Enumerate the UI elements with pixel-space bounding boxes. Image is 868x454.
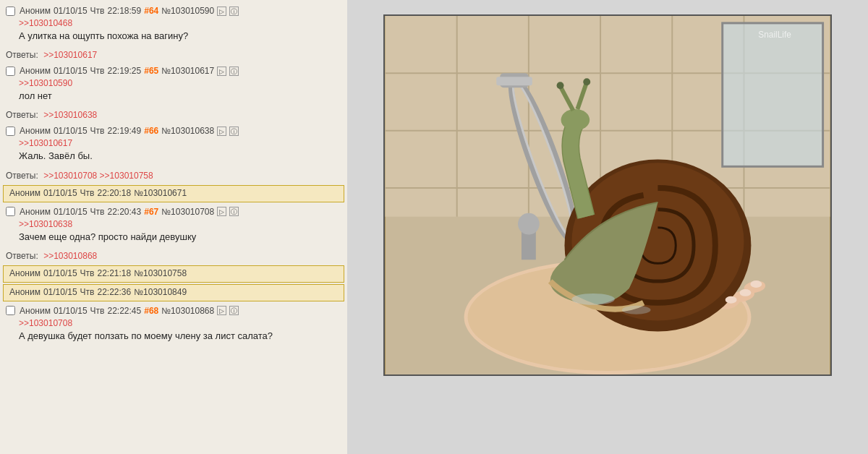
snail-image: SnailLife bbox=[383, 14, 832, 376]
post-header: Аноним 01/10/15 Чтв 22:22:45 #68 №103010… bbox=[6, 306, 341, 316]
post-checkbox[interactable] bbox=[6, 207, 15, 216]
svg-point-34 bbox=[750, 280, 762, 288]
author-name: Аноним bbox=[9, 268, 41, 278]
post-checkbox[interactable] bbox=[6, 7, 15, 16]
post-icon[interactable]: ▷ bbox=[217, 7, 226, 16]
post-icon[interactable]: ▷ bbox=[217, 67, 226, 76]
post-checkbox[interactable] bbox=[6, 127, 15, 136]
post: Аноним 01/10/15 Чтв 22:19:25 #65 №103010… bbox=[0, 63, 347, 107]
post-body: >>103010638Зачем еще одна? просто найди … bbox=[6, 218, 341, 244]
highlighted-post: Аноним 01/10/15 Чтв 22:21:18 №103010758 bbox=[3, 265, 344, 283]
post-checkbox[interactable] bbox=[6, 67, 15, 76]
replies-line: Ответы: >>103010617 bbox=[0, 48, 347, 63]
svg-point-33 bbox=[740, 289, 752, 296]
post-date: 01/10/15 bbox=[54, 207, 88, 217]
author-name: Аноним bbox=[9, 287, 41, 297]
post-text: Жаль. Завёл бы. bbox=[19, 150, 341, 163]
post-num: №103010868 bbox=[161, 306, 214, 316]
author-name: Аноним bbox=[20, 126, 51, 136]
post-number-link[interactable]: #65 bbox=[144, 66, 158, 76]
post-num: №103010708 bbox=[161, 207, 214, 217]
post-icon[interactable]: ▷ bbox=[217, 207, 226, 216]
replies-line: Ответы: >>103010868 bbox=[0, 249, 347, 264]
highlighted-post: Аноним 01/10/15 Чтв 22:20:18 №103010671 bbox=[3, 185, 344, 202]
post-icon[interactable]: ⓘ bbox=[229, 7, 239, 16]
post-number-link[interactable]: #64 bbox=[144, 6, 158, 16]
post: Аноним 01/10/15 Чтв 22:18:59 #64 №103010… bbox=[0, 3, 347, 47]
post-date: 01/10/15 bbox=[54, 306, 88, 316]
reply-link[interactable]: >>103010708 bbox=[19, 318, 72, 328]
post: Аноним 01/10/15 Чтв 22:20:43 #67 №103010… bbox=[0, 204, 347, 248]
post-text: лол нет bbox=[19, 90, 341, 103]
post-body: >>103010468А улитка на ощупть похожа на … bbox=[6, 17, 341, 43]
post-num: №103010758 bbox=[134, 268, 187, 278]
post-body: >>103010590лол нет bbox=[6, 77, 341, 103]
post: Аноним 01/10/15 Чтв 22:22:45 #68 №103010… bbox=[0, 303, 347, 347]
replies-label: Ответы: bbox=[6, 110, 38, 120]
replies-line: Ответы: >>103010708 >>103010758 bbox=[0, 169, 347, 184]
post-header: Аноним 01/10/15 Чтв 22:19:25 #65 №103010… bbox=[6, 66, 341, 76]
post-date: 01/10/15 bbox=[54, 66, 88, 76]
replies-link[interactable]: >>103010868 bbox=[43, 251, 97, 261]
highlighted-post: Аноним 01/10/15 Чтв 22:22:36 №103010849 bbox=[3, 284, 344, 301]
post-icon[interactable]: ▷ bbox=[217, 127, 226, 136]
post-header: Аноним 01/10/15 Чтв 22:20:18 №103010671 bbox=[9, 188, 338, 198]
post-time: 22:21:18 bbox=[97, 268, 131, 278]
post-text: А девушка будет ползать по моему члену з… bbox=[19, 330, 341, 343]
post-icon[interactable]: ⓘ bbox=[229, 306, 239, 315]
reply-link[interactable]: >>103010590 bbox=[19, 78, 72, 88]
svg-point-25 bbox=[561, 109, 590, 131]
author-name: Аноним bbox=[20, 6, 51, 16]
replies-link[interactable]: >>103010617 bbox=[43, 50, 97, 60]
post-num: №103010849 bbox=[134, 287, 187, 297]
author-name: Аноним bbox=[9, 188, 41, 198]
post-number-link[interactable]: #66 bbox=[144, 126, 158, 136]
svg-point-31 bbox=[622, 306, 651, 314]
post-time: 22:20:18 bbox=[97, 188, 131, 198]
post-day: Чтв bbox=[90, 207, 105, 217]
reply-link[interactable]: >>103010468 bbox=[19, 18, 72, 28]
post-date: 01/10/15 bbox=[43, 188, 77, 198]
replies-link[interactable]: >>103010758 bbox=[100, 171, 153, 181]
author-name: Аноним bbox=[20, 207, 51, 217]
post-num: №103010590 bbox=[161, 6, 214, 16]
post-day: Чтв bbox=[90, 306, 105, 316]
svg-point-28 bbox=[557, 82, 564, 89]
post-day: Чтв bbox=[80, 287, 95, 297]
svg-point-32 bbox=[726, 296, 737, 304]
post-header: Аноним 01/10/15 Чтв 22:20:43 #67 №103010… bbox=[6, 207, 341, 217]
replies-label: Ответы: bbox=[6, 251, 38, 261]
svg-rect-15 bbox=[496, 77, 532, 85]
post-body: >>103010708А девушка будет ползать по мо… bbox=[6, 317, 341, 343]
svg-point-29 bbox=[583, 78, 590, 85]
svg-point-17 bbox=[518, 213, 540, 235]
post-checkbox[interactable] bbox=[6, 306, 15, 315]
post-text: А улитка на ощупть похожа на вагину? bbox=[19, 30, 341, 43]
posts-panel: Аноним 01/10/15 Чтв 22:18:59 #64 №103010… bbox=[0, 0, 347, 454]
post-date: 01/10/15 bbox=[43, 287, 77, 297]
author-name: Аноним bbox=[20, 306, 51, 316]
post-day: Чтв bbox=[90, 126, 105, 136]
post-time: 22:20:43 bbox=[107, 207, 141, 217]
post-time: 22:22:36 bbox=[97, 287, 131, 297]
post-header: Аноним 01/10/15 Чтв 22:21:18 №103010758 bbox=[9, 268, 338, 278]
post-icon[interactable]: ⓘ bbox=[229, 127, 239, 136]
replies-link[interactable]: >>103010708 bbox=[43, 171, 97, 181]
replies-line: Ответы: >>103010638 bbox=[0, 108, 347, 123]
post-num: №103010671 bbox=[134, 188, 187, 198]
reply-link[interactable]: >>103010617 bbox=[19, 138, 72, 148]
post-time: 22:22:45 bbox=[107, 306, 141, 316]
post-date: 01/10/15 bbox=[43, 268, 77, 278]
post-body: >>103010617Жаль. Завёл бы. bbox=[6, 137, 341, 163]
post-day: Чтв bbox=[80, 268, 95, 278]
post-number-link[interactable]: #68 bbox=[144, 306, 158, 316]
reply-link[interactable]: >>103010638 bbox=[19, 219, 72, 229]
post-date: 01/10/15 bbox=[54, 6, 88, 16]
post-day: Чтв bbox=[90, 6, 105, 16]
post-icon[interactable]: ⓘ bbox=[229, 67, 239, 76]
post-icon[interactable]: ▷ bbox=[217, 306, 226, 315]
post-icon[interactable]: ⓘ bbox=[229, 207, 239, 216]
post-header: Аноним 01/10/15 Чтв 22:22:36 №103010849 bbox=[9, 287, 338, 297]
replies-link[interactable]: >>103010638 bbox=[43, 110, 97, 120]
post-number-link[interactable]: #67 bbox=[144, 207, 158, 217]
